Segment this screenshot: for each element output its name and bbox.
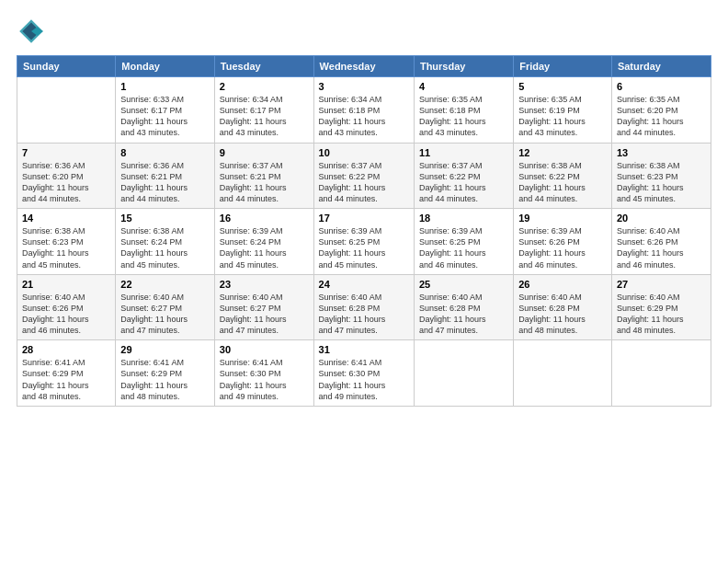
- day-cell: 14Sunrise: 6:38 AM Sunset: 6:23 PM Dayli…: [17, 209, 116, 275]
- calendar-body: 1Sunrise: 6:33 AM Sunset: 6:17 PM Daylig…: [17, 77, 711, 407]
- day-number: 14: [22, 213, 110, 224]
- day-info: Sunrise: 6:33 AM Sunset: 6:17 PM Dayligh…: [120, 94, 210, 139]
- day-number: 28: [22, 344, 110, 355]
- day-cell: 23Sunrise: 6:40 AM Sunset: 6:27 PM Dayli…: [214, 274, 313, 340]
- day-cell: 29Sunrise: 6:41 AM Sunset: 6:29 PM Dayli…: [116, 340, 215, 407]
- week-row-3: 14Sunrise: 6:38 AM Sunset: 6:23 PM Dayli…: [17, 209, 711, 275]
- day-info: Sunrise: 6:41 AM Sunset: 6:29 PM Dayligh…: [120, 357, 210, 402]
- header-cell-thursday: Thursday: [414, 56, 513, 77]
- day-info: Sunrise: 6:41 AM Sunset: 6:30 PM Dayligh…: [220, 357, 309, 402]
- day-cell: 28Sunrise: 6:41 AM Sunset: 6:29 PM Dayli…: [17, 340, 116, 407]
- day-info: Sunrise: 6:38 AM Sunset: 6:23 PM Dayligh…: [22, 225, 110, 270]
- day-cell: 1Sunrise: 6:33 AM Sunset: 6:17 PM Daylig…: [116, 77, 215, 144]
- day-cell: 9Sunrise: 6:37 AM Sunset: 6:21 PM Daylig…: [214, 143, 313, 209]
- day-cell: 16Sunrise: 6:39 AM Sunset: 6:24 PM Dayli…: [214, 209, 313, 275]
- day-info: Sunrise: 6:40 AM Sunset: 6:26 PM Dayligh…: [617, 225, 706, 270]
- day-number: 17: [319, 213, 409, 224]
- day-number: 30: [220, 344, 309, 355]
- day-number: 13: [617, 147, 706, 158]
- day-info: Sunrise: 6:34 AM Sunset: 6:18 PM Dayligh…: [319, 94, 409, 139]
- day-info: Sunrise: 6:34 AM Sunset: 6:17 PM Dayligh…: [220, 94, 309, 139]
- day-info: Sunrise: 6:35 AM Sunset: 6:20 PM Dayligh…: [617, 94, 706, 139]
- day-cell: 27Sunrise: 6:40 AM Sunset: 6:29 PM Dayli…: [611, 274, 711, 340]
- header: [17, 17, 711, 46]
- day-info: Sunrise: 6:35 AM Sunset: 6:19 PM Dayligh…: [518, 94, 607, 139]
- day-number: 19: [518, 213, 607, 224]
- day-info: Sunrise: 6:40 AM Sunset: 6:27 PM Dayligh…: [220, 292, 309, 337]
- day-info: Sunrise: 6:37 AM Sunset: 6:22 PM Dayligh…: [419, 160, 508, 205]
- day-cell: 10Sunrise: 6:37 AM Sunset: 6:22 PM Dayli…: [313, 143, 414, 209]
- day-number: 4: [419, 81, 508, 92]
- header-cell-wednesday: Wednesday: [313, 56, 414, 77]
- day-cell: 3Sunrise: 6:34 AM Sunset: 6:18 PM Daylig…: [313, 77, 414, 144]
- day-info: Sunrise: 6:37 AM Sunset: 6:22 PM Dayligh…: [319, 160, 409, 205]
- day-cell: 22Sunrise: 6:40 AM Sunset: 6:27 PM Dayli…: [116, 274, 215, 340]
- day-number: 18: [419, 213, 508, 224]
- day-cell: [611, 340, 711, 407]
- day-cell: [514, 340, 612, 407]
- day-cell: 7Sunrise: 6:36 AM Sunset: 6:20 PM Daylig…: [17, 143, 116, 209]
- day-number: 16: [220, 213, 309, 224]
- page: SundayMondayTuesdayWednesdayThursdayFrid…: [0, 0, 728, 563]
- day-cell: 5Sunrise: 6:35 AM Sunset: 6:19 PM Daylig…: [514, 77, 612, 144]
- day-cell: 17Sunrise: 6:39 AM Sunset: 6:25 PM Dayli…: [313, 209, 414, 275]
- day-number: 9: [220, 147, 309, 158]
- day-info: Sunrise: 6:40 AM Sunset: 6:27 PM Dayligh…: [120, 292, 210, 337]
- day-cell: 19Sunrise: 6:39 AM Sunset: 6:26 PM Dayli…: [514, 209, 612, 275]
- day-number: 7: [22, 147, 110, 158]
- day-cell: 12Sunrise: 6:38 AM Sunset: 6:22 PM Dayli…: [514, 143, 612, 209]
- logo-icon: [17, 17, 46, 46]
- day-cell: 2Sunrise: 6:34 AM Sunset: 6:17 PM Daylig…: [214, 77, 313, 144]
- day-info: Sunrise: 6:40 AM Sunset: 6:26 PM Dayligh…: [22, 292, 110, 337]
- day-info: Sunrise: 6:41 AM Sunset: 6:29 PM Dayligh…: [22, 357, 110, 402]
- day-number: 6: [617, 81, 706, 92]
- calendar-table: SundayMondayTuesdayWednesdayThursdayFrid…: [17, 55, 711, 407]
- day-info: Sunrise: 6:41 AM Sunset: 6:30 PM Dayligh…: [319, 357, 409, 402]
- header-cell-saturday: Saturday: [611, 56, 711, 77]
- day-info: Sunrise: 6:38 AM Sunset: 6:23 PM Dayligh…: [617, 160, 706, 205]
- day-number: 1: [120, 81, 210, 92]
- day-cell: [414, 340, 513, 407]
- day-number: 24: [319, 279, 409, 290]
- day-info: Sunrise: 6:37 AM Sunset: 6:21 PM Dayligh…: [220, 160, 309, 205]
- day-number: 27: [617, 279, 706, 290]
- day-cell: 25Sunrise: 6:40 AM Sunset: 6:28 PM Dayli…: [414, 274, 513, 340]
- day-cell: 13Sunrise: 6:38 AM Sunset: 6:23 PM Dayli…: [611, 143, 711, 209]
- day-number: 25: [419, 279, 508, 290]
- logo: [17, 17, 50, 46]
- day-cell: 31Sunrise: 6:41 AM Sunset: 6:30 PM Dayli…: [313, 340, 414, 407]
- day-number: 8: [120, 147, 210, 158]
- day-number: 5: [518, 81, 607, 92]
- day-number: 23: [220, 279, 309, 290]
- day-cell: 30Sunrise: 6:41 AM Sunset: 6:30 PM Dayli…: [214, 340, 313, 407]
- day-cell: 11Sunrise: 6:37 AM Sunset: 6:22 PM Dayli…: [414, 143, 513, 209]
- day-info: Sunrise: 6:39 AM Sunset: 6:25 PM Dayligh…: [319, 225, 409, 270]
- day-number: 22: [120, 279, 210, 290]
- day-number: 20: [617, 213, 706, 224]
- day-info: Sunrise: 6:40 AM Sunset: 6:28 PM Dayligh…: [518, 292, 607, 337]
- day-number: 2: [220, 81, 309, 92]
- day-cell: 15Sunrise: 6:38 AM Sunset: 6:24 PM Dayli…: [116, 209, 215, 275]
- day-cell: 4Sunrise: 6:35 AM Sunset: 6:18 PM Daylig…: [414, 77, 513, 144]
- day-number: 26: [518, 279, 607, 290]
- day-cell: 20Sunrise: 6:40 AM Sunset: 6:26 PM Dayli…: [611, 209, 711, 275]
- header-cell-sunday: Sunday: [17, 56, 116, 77]
- header-cell-tuesday: Tuesday: [214, 56, 313, 77]
- week-row-2: 7Sunrise: 6:36 AM Sunset: 6:20 PM Daylig…: [17, 143, 711, 209]
- day-info: Sunrise: 6:39 AM Sunset: 6:25 PM Dayligh…: [419, 225, 508, 270]
- day-info: Sunrise: 6:38 AM Sunset: 6:22 PM Dayligh…: [518, 160, 607, 205]
- day-info: Sunrise: 6:38 AM Sunset: 6:24 PM Dayligh…: [120, 225, 210, 270]
- day-info: Sunrise: 6:36 AM Sunset: 6:21 PM Dayligh…: [120, 160, 210, 205]
- day-cell: 6Sunrise: 6:35 AM Sunset: 6:20 PM Daylig…: [611, 77, 711, 144]
- day-info: Sunrise: 6:40 AM Sunset: 6:29 PM Dayligh…: [617, 292, 706, 337]
- day-info: Sunrise: 6:40 AM Sunset: 6:28 PM Dayligh…: [319, 292, 409, 337]
- day-cell: 8Sunrise: 6:36 AM Sunset: 6:21 PM Daylig…: [116, 143, 215, 209]
- day-cell: [17, 77, 116, 144]
- day-info: Sunrise: 6:39 AM Sunset: 6:24 PM Dayligh…: [220, 225, 309, 270]
- header-cell-friday: Friday: [514, 56, 612, 77]
- week-row-4: 21Sunrise: 6:40 AM Sunset: 6:26 PM Dayli…: [17, 274, 711, 340]
- day-number: 15: [120, 213, 210, 224]
- day-number: 12: [518, 147, 607, 158]
- day-cell: 26Sunrise: 6:40 AM Sunset: 6:28 PM Dayli…: [514, 274, 612, 340]
- day-info: Sunrise: 6:39 AM Sunset: 6:26 PM Dayligh…: [518, 225, 607, 270]
